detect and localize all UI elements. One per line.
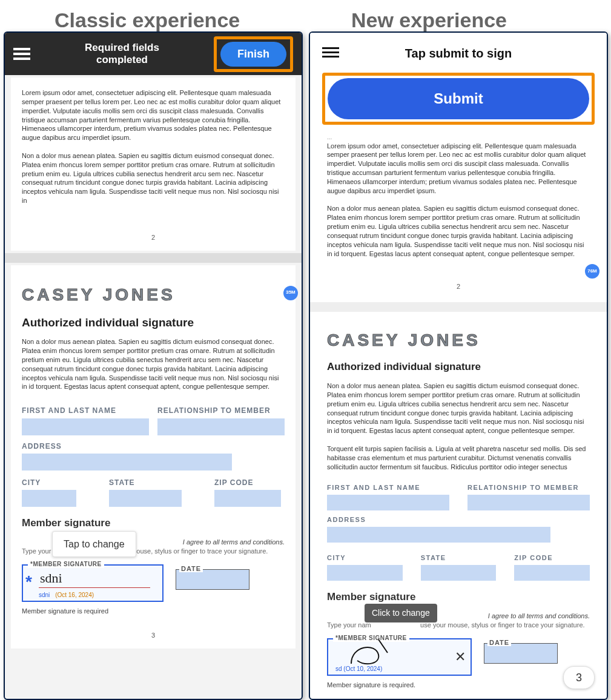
input-city[interactable] <box>22 490 76 507</box>
page-number: 2 <box>327 279 590 295</box>
label-state: STATE <box>109 478 182 487</box>
lorem-block: Lorem ipsum odor amet, consectetuer adip… <box>327 142 590 196</box>
lorem-block: Lorem ipsum odor amet, consectetuer adip… <box>22 88 285 142</box>
input-city[interactable] <box>327 565 403 581</box>
sig-meta-date: (Oct 16, 2024) <box>55 592 94 598</box>
new-page-2: ... Lorem ipsum odor amet, consectetuer … <box>316 128 601 300</box>
lorem-block: Torquent elit turpis sapien facilisis a.… <box>327 444 590 472</box>
label-first-name: FIRST AND LAST NAME <box>327 483 449 492</box>
menu-icon[interactable] <box>13 45 30 62</box>
sig-meta: sd (Oct 10, 2024) <box>335 665 382 673</box>
sig-instr-post: use your mouse, stylus or finger to trac… <box>420 621 584 629</box>
input-first-name[interactable] <box>22 418 149 435</box>
tap-to-change-tooltip[interactable]: Tap to change <box>52 531 136 558</box>
new-panel: Tap submit to sign Submit ... Lorem ipsu… <box>309 31 608 700</box>
signature-error: Member signature is required. <box>327 681 590 690</box>
signature-stroke-icon <box>345 639 394 667</box>
sig-meta-name: sdni <box>39 592 50 598</box>
label-relationship: RELATIONSHIP TO MEMBER <box>467 483 590 492</box>
date-legend: DATE <box>487 639 511 646</box>
label-relationship: RELATIONSHIP TO MEMBER <box>157 406 285 415</box>
click-to-change-tooltip[interactable]: Click to change <box>365 604 437 622</box>
header-line2: completed <box>30 54 214 66</box>
sig-instr-pre: Type your nam <box>327 621 371 629</box>
label-city: CITY <box>327 553 403 563</box>
lorem-block: Non a dolor mus aenean platea. Sapien eu… <box>22 151 285 205</box>
signature-error: Member signature is required <box>22 607 285 616</box>
page-number: 2 <box>22 229 285 246</box>
classic-header: Required fields completed Finish <box>5 33 302 75</box>
input-zip[interactable] <box>514 565 590 581</box>
label-first-name: FIRST AND LAST NAME <box>22 406 149 415</box>
lorem-block: Non a dolor mus aenean platea. Sapien eu… <box>327 381 590 435</box>
input-relationship[interactable] <box>467 495 590 510</box>
submit-button[interactable]: Submit <box>328 78 589 119</box>
input-state[interactable] <box>421 565 497 581</box>
header-line1: Required fields <box>30 42 214 54</box>
new-page-3: CASEY JONES Authorized individual signat… <box>316 314 601 700</box>
agree-text: I agree to all terms and conditions. <box>183 538 285 547</box>
label-state: STATE <box>421 553 497 563</box>
lorem-block: Non a dolor mus aenean platea. Sapien eu… <box>327 204 590 258</box>
page-counter-pill[interactable]: 3 <box>563 666 595 689</box>
label-address: ADDRESS <box>327 515 590 524</box>
column-title-classic: Classic experience <box>54 8 240 32</box>
part-text: ... <box>327 133 590 142</box>
classic-panel: Required fields completed Finish Lorem i… <box>4 31 303 700</box>
submit-highlight: Submit <box>322 73 595 125</box>
classic-page-2: Lorem ipsum odor amet, consectetuer adip… <box>11 78 296 251</box>
clear-signature-icon[interactable]: ✕ <box>455 648 466 666</box>
date-legend: DATE <box>179 565 203 572</box>
casey-jones-logo: CASEY JONES <box>327 329 590 352</box>
input-zip[interactable] <box>214 490 281 507</box>
section-heading: Authorized individual signature <box>327 360 590 374</box>
input-state[interactable] <box>109 490 182 507</box>
finish-button[interactable]: Finish <box>220 42 286 67</box>
agree-text: I agree to all terms and conditions. <box>488 612 590 621</box>
finish-highlight: Finish <box>214 36 293 72</box>
new-header-title: Tap submit to sign <box>405 47 512 61</box>
section-heading: Authorized individual signature <box>22 315 285 331</box>
sync-badge: 76M <box>585 264 599 279</box>
signature-underline <box>39 587 150 588</box>
lorem-block: Non a dolor mus aenean platea. Sapien eu… <box>22 337 285 391</box>
classic-page-3: 35M CASEY JONES Authorized individual si… <box>11 265 296 649</box>
input-address[interactable] <box>22 454 232 471</box>
casey-jones-logo: CASEY JONES <box>22 283 285 306</box>
label-zip: ZIP CODE <box>514 553 590 563</box>
required-star-icon: * <box>25 570 32 593</box>
member-signature-heading: Member signature <box>22 517 285 530</box>
label-city: CITY <box>22 478 76 487</box>
input-first-name[interactable] <box>327 495 449 510</box>
sig-instr-pre: Type your n <box>22 547 56 555</box>
page-number: 3 <box>22 627 285 644</box>
signature-box[interactable]: *MEMBER SIGNATURE * sdni sdni (Oct 16, 2… <box>22 564 163 602</box>
sync-badge: 35M <box>283 286 298 300</box>
signature-box[interactable]: *MEMBER SIGNATURE ✕ sd (Oct 10, 2024) <box>327 638 472 676</box>
input-relationship[interactable] <box>157 418 285 435</box>
menu-icon[interactable] <box>322 45 339 60</box>
input-address[interactable] <box>327 527 550 543</box>
label-address: ADDRESS <box>22 441 285 451</box>
signature-script: sdni <box>40 569 62 587</box>
new-header: Tap submit to sign <box>319 42 598 64</box>
signature-legend: *MEMBER SIGNATURE <box>28 560 104 569</box>
member-signature-heading: Member signature <box>327 590 590 604</box>
label-zip: ZIP CODE <box>214 478 281 487</box>
column-title-new: New experience <box>351 8 507 32</box>
